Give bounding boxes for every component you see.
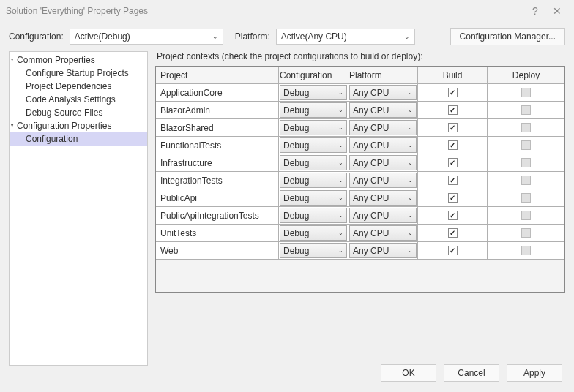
build-checkbox[interactable] (448, 158, 458, 167)
row-config-combo[interactable]: Debug⌄ (280, 190, 347, 206)
help-icon[interactable]: ? (524, 5, 546, 17)
col-project[interactable]: Project (156, 67, 279, 83)
deploy-checkbox[interactable] (521, 140, 531, 150)
apply-button[interactable]: Apply (507, 364, 562, 382)
row-config-combo[interactable]: Debug⌄ (280, 243, 347, 258)
build-checkbox[interactable] (448, 88, 458, 97)
deploy-checkbox[interactable] (521, 211, 531, 220)
table-row: PublicApiDebug⌄Any CPU⌄ (156, 189, 564, 207)
table-row: ApplicationCoreDebug⌄Any CPU⌄ (156, 84, 564, 102)
col-build[interactable]: Build (418, 67, 488, 83)
row-config-combo[interactable]: Debug⌄ (280, 225, 347, 241)
row-platform-combo[interactable]: Any CPU⌄ (349, 155, 417, 170)
build-checkbox[interactable] (448, 105, 458, 115)
platform-value: Active(Any CPU) (281, 31, 347, 42)
col-deploy[interactable]: Deploy (488, 67, 564, 83)
col-platform[interactable]: Platform (348, 67, 418, 83)
build-checkbox[interactable] (448, 246, 458, 255)
tree-item-startup[interactable]: Configure Startup Projects (10, 67, 147, 80)
tree-item-configuration[interactable]: Configuration (10, 132, 147, 146)
row-platform-combo[interactable]: Any CPU⌄ (349, 243, 417, 258)
table-row: InfrastructureDebug⌄Any CPU⌄ (156, 154, 564, 172)
row-config-combo[interactable]: Debug⌄ (280, 208, 347, 223)
table-row: BlazorAdminDebug⌄Any CPU⌄ (156, 102, 564, 119)
configuration-value: Active(Debug) (75, 31, 130, 42)
chevron-down-icon: ⌄ (338, 89, 343, 96)
cancel-button[interactable]: Cancel (444, 364, 499, 382)
ok-button[interactable]: OK (381, 364, 436, 382)
project-name: PublicApiIntegrationTests (156, 207, 279, 224)
build-checkbox[interactable] (448, 193, 458, 203)
config-toolbar: Configuration: Active(Debug) ⌄ Platform:… (0, 22, 574, 51)
row-platform-combo[interactable]: Any CPU⌄ (349, 137, 417, 153)
row-platform-combo[interactable]: Any CPU⌄ (349, 85, 417, 100)
chevron-down-icon: ⌄ (408, 247, 413, 254)
deploy-checkbox[interactable] (521, 246, 531, 255)
row-platform-combo[interactable]: Any CPU⌄ (349, 208, 417, 223)
table-row: BlazorSharedDebug⌄Any CPU⌄ (156, 119, 564, 137)
row-platform-combo[interactable]: Any CPU⌄ (349, 190, 417, 206)
chevron-down-icon: ⌄ (338, 195, 343, 201)
platform-combo[interactable]: Active(Any CPU) ⌄ (276, 29, 415, 45)
build-checkbox[interactable] (448, 228, 458, 238)
build-checkbox[interactable] (448, 211, 458, 220)
deploy-checkbox[interactable] (521, 105, 531, 115)
table-row: FunctionalTestsDebug⌄Any CPU⌄ (156, 137, 564, 154)
chevron-down-icon: ⌄ (408, 212, 413, 219)
build-checkbox[interactable] (448, 176, 458, 185)
table-row: UnitTestsDebug⌄Any CPU⌄ (156, 225, 564, 242)
row-config-combo[interactable]: Debug⌄ (280, 120, 347, 135)
chevron-down-icon: ⌄ (408, 177, 413, 184)
project-name: BlazorShared (156, 119, 279, 136)
deploy-checkbox[interactable] (521, 228, 531, 238)
chevron-down-icon: ⌄ (338, 247, 343, 254)
chevron-down-icon: ⌄ (338, 177, 343, 184)
tree-item-dependencies[interactable]: Project Dependencies (10, 80, 147, 93)
row-config-combo[interactable]: Debug⌄ (280, 155, 347, 170)
project-contexts-grid: Project Configuration Platform Build Dep… (155, 66, 565, 293)
chevron-down-icon: ⌄ (408, 195, 413, 201)
deploy-checkbox[interactable] (521, 88, 531, 97)
project-name: Infrastructure (156, 154, 279, 171)
tree-item-code-analysis[interactable]: Code Analysis Settings (10, 93, 147, 106)
row-config-combo[interactable]: Debug⌄ (280, 85, 347, 100)
chevron-down-icon: ⌄ (338, 159, 343, 166)
table-row: WebDebug⌄Any CPU⌄ (156, 242, 564, 260)
project-name: Web (156, 242, 279, 259)
chevron-down-icon: ⌄ (408, 159, 413, 166)
row-config-combo[interactable]: Debug⌄ (280, 137, 347, 153)
tree-item-debug-source[interactable]: Debug Source Files (10, 106, 147, 119)
grid-empty-area (156, 260, 564, 292)
chevron-down-icon: ⌄ (338, 107, 343, 113)
build-checkbox[interactable] (448, 123, 458, 132)
deploy-checkbox[interactable] (521, 193, 531, 203)
configuration-label: Configuration: (9, 31, 64, 42)
row-config-combo[interactable]: Debug⌄ (280, 173, 347, 188)
deploy-checkbox[interactable] (521, 123, 531, 132)
chevron-down-icon: ⌄ (408, 142, 413, 148)
build-checkbox[interactable] (448, 140, 458, 150)
project-name: PublicApi (156, 189, 279, 206)
close-icon[interactable]: ✕ (546, 5, 568, 17)
main-panel: Project contexts (check the project conf… (155, 51, 565, 366)
deploy-checkbox[interactable] (521, 158, 531, 167)
row-config-combo[interactable]: Debug⌄ (280, 102, 347, 118)
row-platform-combo[interactable]: Any CPU⌄ (349, 120, 417, 135)
chevron-down-icon: ⌄ (212, 33, 218, 40)
row-platform-combo[interactable]: Any CPU⌄ (349, 173, 417, 188)
titlebar: Solution 'Everything' Property Pages ? ✕ (0, 0, 574, 22)
configuration-combo[interactable]: Active(Debug) ⌄ (70, 29, 223, 45)
col-configuration[interactable]: Configuration (279, 67, 348, 83)
chevron-down-icon: ⌄ (404, 33, 410, 40)
deploy-checkbox[interactable] (521, 176, 531, 185)
tree-group-configuration[interactable]: Configuration Properties (10, 119, 147, 132)
configuration-manager-button[interactable]: Configuration Manager... (450, 28, 565, 45)
tree-group-common[interactable]: Common Properties (10, 53, 147, 67)
row-platform-combo[interactable]: Any CPU⌄ (349, 102, 417, 118)
chevron-down-icon: ⌄ (338, 124, 343, 131)
nav-tree[interactable]: Common Properties Configure Startup Proj… (9, 51, 148, 366)
table-row: PublicApiIntegrationTestsDebug⌄Any CPU⌄ (156, 207, 564, 225)
window-title: Solution 'Everything' Property Pages (6, 6, 524, 16)
dialog-buttons: OK Cancel Apply (381, 364, 562, 382)
row-platform-combo[interactable]: Any CPU⌄ (349, 225, 417, 241)
